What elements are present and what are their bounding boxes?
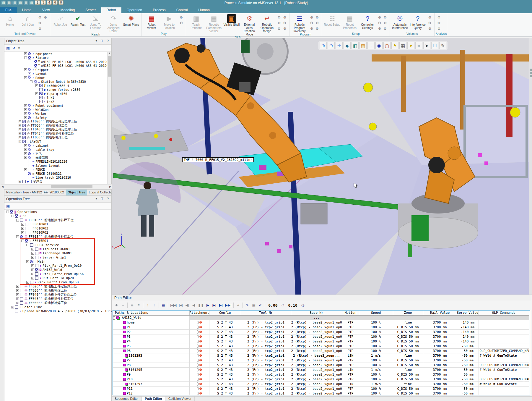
expand-icon[interactable]: + bbox=[16, 285, 19, 288]
visibility-checkbox[interactable] bbox=[22, 120, 26, 123]
expand-icon[interactable]: + bbox=[24, 108, 27, 111]
graphic-viewer-3d[interactable]: x z ⊕⊖✛◆◧▧∵◉▢⚑▦▼⌗➤☐✎ TMF-4-7000-R_FF015_… bbox=[112, 38, 529, 295]
mount-tool-icon[interactable]: ⚙ bbox=[37, 26, 43, 31]
placement-icon[interactable]: ◉ bbox=[375, 42, 383, 49]
zoom-in-icon[interactable]: ⊕ bbox=[320, 42, 327, 49]
expand-icon[interactable]: + bbox=[24, 52, 27, 55]
move-down-icon[interactable]: ↓ bbox=[151, 302, 157, 308]
collapse-icon[interactable]: - bbox=[26, 260, 29, 263]
tree-item[interactable]: +∴Gripper bbox=[4, 68, 108, 72]
expand-icon[interactable]: + bbox=[35, 92, 38, 95]
jump-end-icon[interactable]: ▶▶| bbox=[224, 302, 232, 308]
play-back-icon[interactable]: ◀ bbox=[191, 302, 197, 308]
expand-icon[interactable]: + bbox=[19, 128, 21, 131]
expand-icon[interactable]: + bbox=[31, 269, 34, 271]
close-icon[interactable]: ✕ bbox=[106, 197, 110, 200]
axis-pair-icon[interactable]: ⚙ bbox=[282, 20, 287, 26]
visibility-checkbox[interactable]: ✕ bbox=[39, 100, 43, 103]
markers-icon[interactable]: ⚑ bbox=[391, 42, 398, 49]
visibility-checkbox[interactable] bbox=[28, 104, 31, 107]
visibility-checkbox[interactable] bbox=[28, 164, 31, 167]
visibility-checkbox[interactable] bbox=[15, 305, 18, 309]
tree-item[interactable]: +●range_fortec_r2830 bbox=[4, 88, 108, 92]
collapse-icon[interactable]: - bbox=[19, 140, 21, 143]
gun-spray-icon[interactable]: ⚙ bbox=[282, 15, 287, 20]
external-axes-creation-mode-button[interactable]: ⚙External Axes Creation Mode bbox=[241, 14, 258, 36]
panel-menu-icon[interactable]: ▾ bbox=[94, 197, 98, 200]
step-between-locations-icon[interactable]: ⚙ bbox=[179, 20, 184, 26]
tree-item[interactable]: -∷FF015RO1 bbox=[4, 239, 112, 243]
visibility-checkbox[interactable] bbox=[28, 144, 31, 147]
customize-tree-columns-icon[interactable]: ▦ bbox=[6, 204, 10, 208]
location-row[interactable]: P7S 2 T 432 (Fr) - tcp2_grip12 (Rtcp) - … bbox=[113, 358, 529, 363]
table-wizard-icon[interactable]: ▦ bbox=[251, 302, 257, 308]
gun-arc-down-icon[interactable]: ⚙ bbox=[276, 26, 282, 31]
column-header-attachment[interactable]: Attachment bbox=[189, 311, 209, 315]
tree-item[interactable]: +▦FENCE_20190321 bbox=[4, 172, 108, 176]
expand-icon[interactable]: + bbox=[16, 302, 19, 304]
tree-item[interactable]: -⁂FF015'' 前地板抓件补焊工位 bbox=[4, 235, 112, 239]
play-icon[interactable]: ▶ bbox=[205, 302, 211, 308]
visibility-checkbox[interactable] bbox=[20, 285, 23, 288]
tree-tab-object-tree[interactable]: Object Tree bbox=[66, 190, 87, 195]
expand-icon[interactable]: + bbox=[19, 180, 21, 183]
tree-item[interactable]: +⁂FF020'' 前地板上件定位焊工位 bbox=[4, 120, 108, 124]
frames-gear-icon[interactable]: ⚙ bbox=[377, 15, 382, 20]
expand-icon[interactable]: + bbox=[24, 112, 27, 115]
frame-back-icon[interactable]: ◀| bbox=[184, 302, 190, 308]
location-row[interactable]: P6S 2 T 432 (Fr) - tcp2_grip12 (Rtcp) - … bbox=[113, 348, 529, 353]
filter-icon[interactable]: ▼ bbox=[407, 42, 414, 49]
expand-icon[interactable]: + bbox=[24, 104, 27, 107]
collapse-icon[interactable]: - bbox=[16, 235, 19, 238]
automatic-interference-button[interactable]: ✇Automatic Interference bbox=[391, 14, 409, 30]
visibility-checkbox[interactable] bbox=[20, 301, 23, 305]
tree-item[interactable]: -∴Station_Robot_kr360r2830 bbox=[4, 80, 108, 84]
column-header-servo-value[interactable]: Servo Value bbox=[457, 311, 479, 315]
tree-item[interactable]: +∷FF010RO3 bbox=[4, 226, 112, 230]
clock-icon[interactable]: ◷ bbox=[300, 302, 306, 308]
tree-filter-icon[interactable]: ⧩ bbox=[12, 46, 16, 51]
editor-tab-collision-viewer[interactable]: Collision Viewer bbox=[165, 397, 195, 401]
mini-widget[interactable] bbox=[530, 75, 532, 77]
visibility-checkbox[interactable] bbox=[39, 84, 43, 87]
ribbon-tab-modeling[interactable]: Modeling bbox=[55, 7, 80, 13]
tree-item[interactable]: +◗Put_Part_To_Op20 bbox=[4, 276, 112, 280]
camera-head-icon[interactable]: ⚙ bbox=[282, 26, 287, 31]
expand-icon[interactable]: + bbox=[31, 252, 34, 255]
tree-item[interactable]: +⁂FF050'' 前地板补焊工位 bbox=[4, 136, 108, 140]
visibility-checkbox[interactable] bbox=[22, 124, 26, 127]
robotic-operation-merge-button[interactable]: ↵Robotic Operation Merge bbox=[258, 14, 276, 33]
ribbon-tab-view[interactable]: View bbox=[37, 7, 55, 13]
tree-item[interactable]: +✕∴Layout bbox=[4, 72, 108, 76]
location-row[interactable]: P4S 2 T 432 (Fr) - tcp2_grip12 (Rtcp) - … bbox=[113, 339, 529, 344]
scrollbar-thumb[interactable] bbox=[51, 185, 92, 188]
column-header-motion[interactable]: Motion bbox=[342, 311, 359, 315]
ring-gear-icon[interactable]: ⚙ bbox=[377, 20, 382, 26]
visible-shell-button[interactable]: ▣Visible Shell bbox=[223, 14, 240, 26]
visibility-checkbox[interactable] bbox=[28, 156, 31, 159]
stopwatch-icon[interactable]: ⏱ bbox=[280, 302, 286, 308]
tree-item[interactable]: +∴Worker bbox=[4, 112, 108, 116]
ribbon-tab-human[interactable]: Human bbox=[193, 7, 215, 13]
visibility-checkbox[interactable] bbox=[35, 277, 38, 280]
play-step-icon[interactable]: ▶| bbox=[212, 302, 217, 308]
visibility-checkbox[interactable] bbox=[28, 52, 31, 55]
gun-arc-up-icon[interactable]: ⚙ bbox=[276, 20, 282, 26]
interference-volume-icon[interactable]: ⚙ bbox=[427, 20, 432, 26]
visibility-checkbox[interactable] bbox=[25, 227, 28, 230]
visibility-checkbox[interactable] bbox=[28, 172, 31, 175]
column-header-speed[interactable]: Speed bbox=[359, 311, 393, 315]
location-row[interactable]: P10S 2 T 432 (Fr) - tcp2_grip12 (Rtcp) -… bbox=[113, 377, 529, 381]
location-row[interactable]: P3S 2 T 432 (Fr) - tcp2_grip12 (Rtcp) - … bbox=[113, 334, 529, 339]
pin-icon[interactable]: ∓ bbox=[100, 197, 104, 200]
program-new-icon[interactable]: ⚙ bbox=[309, 20, 314, 26]
visibility-checkbox[interactable] bbox=[20, 293, 23, 296]
pick-color-icon[interactable]: ∵ bbox=[367, 42, 375, 49]
tree-item[interactable]: +∴Equipment bbox=[4, 52, 108, 56]
path-group-row[interactable]: - AM132_Weld... bbox=[113, 315, 529, 320]
tree-item[interactable]: -≋FF bbox=[4, 214, 112, 218]
visibility-checkbox[interactable] bbox=[28, 176, 31, 179]
robot-signal-icon[interactable]: ⚙ bbox=[37, 20, 43, 26]
expand-icon[interactable]: + bbox=[16, 297, 19, 300]
expand-icon[interactable]: + bbox=[24, 116, 27, 119]
